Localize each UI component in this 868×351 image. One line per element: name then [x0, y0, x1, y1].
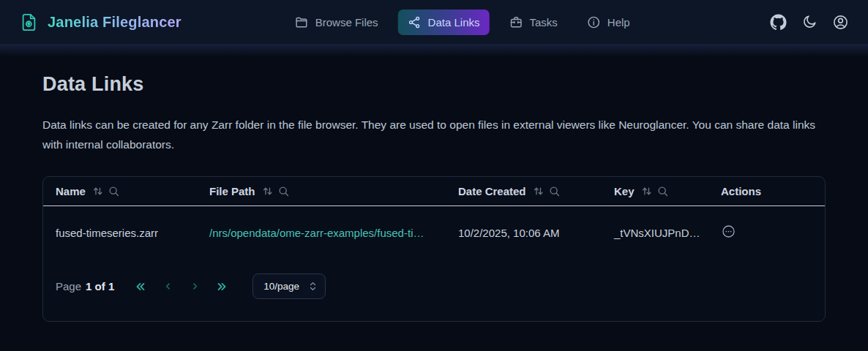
- chevron-left-icon: [162, 281, 173, 292]
- nav-item-label: Browse Files: [315, 16, 378, 29]
- column-header-date-created: Date Created: [446, 177, 602, 205]
- toolbox-icon: [509, 15, 523, 29]
- main-nav: Browse Files Data Links Tas: [285, 10, 640, 35]
- column-header-file-path: File Path: [197, 177, 446, 205]
- first-page-button[interactable]: [130, 276, 151, 297]
- file-eye-logo-icon: [19, 12, 39, 32]
- sort-icon[interactable]: [532, 185, 545, 197]
- page-title: Data Links: [42, 73, 826, 96]
- column-label: Date Created: [458, 185, 526, 197]
- next-page-button[interactable]: [184, 276, 205, 297]
- brand[interactable]: Janelia Fileglancer: [19, 12, 182, 32]
- page-size-select[interactable]: 10/page: [252, 273, 326, 299]
- folder-icon: [295, 15, 309, 29]
- column-search-icon[interactable]: [108, 185, 120, 197]
- column-label: Name: [56, 185, 86, 197]
- column-search-icon[interactable]: [277, 185, 290, 197]
- cell-name: fused-timeseries.zarr: [43, 227, 197, 239]
- ellipsis-circle-icon[interactable]: [721, 224, 736, 239]
- previous-page-button[interactable]: [157, 276, 178, 297]
- page-description: Data links can be created for any Zarr f…: [42, 115, 826, 154]
- column-label: Actions: [721, 185, 761, 197]
- nav-item-label: Tasks: [529, 16, 557, 29]
- nav-item-browse-files[interactable]: Browse Files: [285, 10, 388, 35]
- column-search-icon[interactable]: [656, 185, 669, 197]
- sort-icon[interactable]: [640, 185, 653, 197]
- table-row: fused-timeseries.zarr /nrs/opendata/ome-…: [43, 206, 825, 259]
- page-size-value: 10/page: [263, 281, 299, 292]
- moon-icon[interactable]: [801, 14, 818, 30]
- double-chevron-right-icon: [215, 280, 228, 293]
- nav-item-label: Data Links: [428, 16, 480, 29]
- pagination: Page 1 of 1: [43, 259, 825, 299]
- nav-item-help[interactable]: Help: [577, 10, 640, 35]
- sort-icon[interactable]: [261, 185, 274, 197]
- info-circle-icon: [587, 15, 601, 29]
- cell-actions: [708, 224, 825, 241]
- navbar-actions: [770, 14, 849, 31]
- nav-item-label: Help: [607, 16, 630, 29]
- chevron-up-down-icon: [308, 281, 318, 292]
- data-links-table: Name File Path: [42, 176, 826, 322]
- cell-file-path: /nrs/opendata/ome-zarr-examples/fused-ti…: [197, 227, 446, 239]
- double-chevron-left-icon: [134, 280, 147, 293]
- chevron-right-icon: [190, 281, 201, 292]
- nav-item-data-links[interactable]: Data Links: [398, 10, 490, 35]
- column-header-name: Name: [43, 177, 197, 205]
- sort-icon[interactable]: [91, 185, 104, 197]
- column-label: File Path: [209, 185, 255, 197]
- table-header-row: Name File Path: [43, 177, 825, 206]
- file-path-link[interactable]: /nrs/opendata/ome-zarr-examples/fused-ti…: [209, 227, 424, 239]
- user-circle-icon[interactable]: [832, 14, 849, 31]
- page-label: Page: [56, 280, 81, 292]
- column-search-icon[interactable]: [548, 185, 561, 197]
- github-icon[interactable]: [770, 14, 787, 31]
- column-label: Key: [614, 185, 635, 197]
- column-header-key: Key: [602, 177, 708, 205]
- column-header-actions: Actions: [708, 177, 825, 205]
- nav-item-tasks[interactable]: Tasks: [499, 10, 566, 35]
- last-page-button[interactable]: [212, 276, 232, 297]
- cell-date-created: 10/2/2025, 10:06 AM: [446, 227, 602, 239]
- share-nodes-icon: [408, 15, 422, 29]
- brand-title: Janelia Fileglancer: [48, 14, 182, 31]
- main-content: Data Links Data links can be created for…: [0, 44, 868, 322]
- page-info: 1 of 1: [86, 280, 114, 292]
- cell-key: _tVNsXIUJPnD…: [602, 227, 708, 239]
- navbar: Janelia Fileglancer Browse Files Dat: [0, 0, 868, 44]
